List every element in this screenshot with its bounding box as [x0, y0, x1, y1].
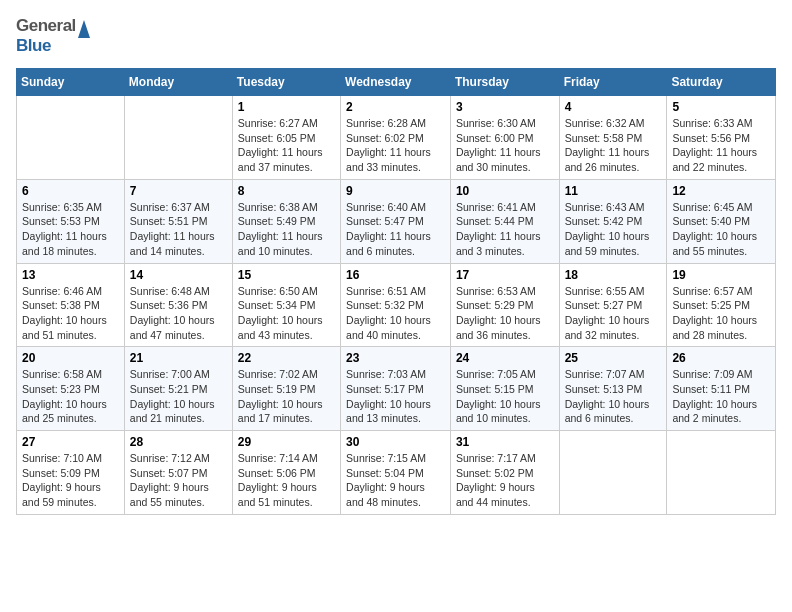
- day-info: Sunrise: 6:32 AM Sunset: 5:58 PM Dayligh…: [565, 116, 662, 175]
- day-info: Sunrise: 6:43 AM Sunset: 5:42 PM Dayligh…: [565, 200, 662, 259]
- weekday-header-sunday: Sunday: [17, 69, 125, 96]
- day-number: 29: [238, 435, 335, 449]
- calendar-week-row: 20Sunrise: 6:58 AM Sunset: 5:23 PM Dayli…: [17, 347, 776, 431]
- day-number: 14: [130, 268, 227, 282]
- calendar-cell: 11Sunrise: 6:43 AM Sunset: 5:42 PM Dayli…: [559, 179, 667, 263]
- day-info: Sunrise: 6:57 AM Sunset: 5:25 PM Dayligh…: [672, 284, 770, 343]
- calendar-week-row: 6Sunrise: 6:35 AM Sunset: 5:53 PM Daylig…: [17, 179, 776, 263]
- day-number: 6: [22, 184, 119, 198]
- day-number: 31: [456, 435, 554, 449]
- logo: General Blue: [16, 16, 90, 56]
- day-info: Sunrise: 6:58 AM Sunset: 5:23 PM Dayligh…: [22, 367, 119, 426]
- day-info: Sunrise: 6:33 AM Sunset: 5:56 PM Dayligh…: [672, 116, 770, 175]
- calendar-cell: 22Sunrise: 7:02 AM Sunset: 5:19 PM Dayli…: [232, 347, 340, 431]
- day-number: 24: [456, 351, 554, 365]
- day-number: 7: [130, 184, 227, 198]
- day-number: 3: [456, 100, 554, 114]
- calendar-cell: 9Sunrise: 6:40 AM Sunset: 5:47 PM Daylig…: [341, 179, 451, 263]
- day-number: 12: [672, 184, 770, 198]
- day-info: Sunrise: 6:27 AM Sunset: 6:05 PM Dayligh…: [238, 116, 335, 175]
- day-info: Sunrise: 7:00 AM Sunset: 5:21 PM Dayligh…: [130, 367, 227, 426]
- day-info: Sunrise: 6:35 AM Sunset: 5:53 PM Dayligh…: [22, 200, 119, 259]
- calendar-table: SundayMondayTuesdayWednesdayThursdayFrid…: [16, 68, 776, 515]
- day-info: Sunrise: 6:30 AM Sunset: 6:00 PM Dayligh…: [456, 116, 554, 175]
- day-info: Sunrise: 6:41 AM Sunset: 5:44 PM Dayligh…: [456, 200, 554, 259]
- calendar-cell: 3Sunrise: 6:30 AM Sunset: 6:00 PM Daylig…: [450, 96, 559, 180]
- day-info: Sunrise: 6:37 AM Sunset: 5:51 PM Dayligh…: [130, 200, 227, 259]
- day-number: 11: [565, 184, 662, 198]
- calendar-cell: 10Sunrise: 6:41 AM Sunset: 5:44 PM Dayli…: [450, 179, 559, 263]
- day-number: 30: [346, 435, 445, 449]
- day-info: Sunrise: 6:38 AM Sunset: 5:49 PM Dayligh…: [238, 200, 335, 259]
- calendar-cell: 6Sunrise: 6:35 AM Sunset: 5:53 PM Daylig…: [17, 179, 125, 263]
- calendar-cell: 17Sunrise: 6:53 AM Sunset: 5:29 PM Dayli…: [450, 263, 559, 347]
- day-number: 27: [22, 435, 119, 449]
- calendar-cell: 31Sunrise: 7:17 AM Sunset: 5:02 PM Dayli…: [450, 431, 559, 515]
- calendar-cell: 1Sunrise: 6:27 AM Sunset: 6:05 PM Daylig…: [232, 96, 340, 180]
- day-number: 10: [456, 184, 554, 198]
- day-number: 1: [238, 100, 335, 114]
- calendar-cell: 8Sunrise: 6:38 AM Sunset: 5:49 PM Daylig…: [232, 179, 340, 263]
- calendar-cell: 15Sunrise: 6:50 AM Sunset: 5:34 PM Dayli…: [232, 263, 340, 347]
- day-info: Sunrise: 7:10 AM Sunset: 5:09 PM Dayligh…: [22, 451, 119, 510]
- day-number: 22: [238, 351, 335, 365]
- calendar-cell: 23Sunrise: 7:03 AM Sunset: 5:17 PM Dayli…: [341, 347, 451, 431]
- calendar-cell: 30Sunrise: 7:15 AM Sunset: 5:04 PM Dayli…: [341, 431, 451, 515]
- day-info: Sunrise: 6:48 AM Sunset: 5:36 PM Dayligh…: [130, 284, 227, 343]
- day-number: 19: [672, 268, 770, 282]
- calendar-cell: 14Sunrise: 6:48 AM Sunset: 5:36 PM Dayli…: [124, 263, 232, 347]
- day-info: Sunrise: 7:12 AM Sunset: 5:07 PM Dayligh…: [130, 451, 227, 510]
- calendar-cell: [667, 431, 776, 515]
- day-number: 16: [346, 268, 445, 282]
- logo-blue: Blue: [16, 36, 51, 56]
- day-info: Sunrise: 7:03 AM Sunset: 5:17 PM Dayligh…: [346, 367, 445, 426]
- day-info: Sunrise: 6:50 AM Sunset: 5:34 PM Dayligh…: [238, 284, 335, 343]
- weekday-header-tuesday: Tuesday: [232, 69, 340, 96]
- day-number: 21: [130, 351, 227, 365]
- calendar-cell: 24Sunrise: 7:05 AM Sunset: 5:15 PM Dayli…: [450, 347, 559, 431]
- day-info: Sunrise: 7:15 AM Sunset: 5:04 PM Dayligh…: [346, 451, 445, 510]
- calendar-week-row: 27Sunrise: 7:10 AM Sunset: 5:09 PM Dayli…: [17, 431, 776, 515]
- calendar-cell: 29Sunrise: 7:14 AM Sunset: 5:06 PM Dayli…: [232, 431, 340, 515]
- day-number: 2: [346, 100, 445, 114]
- weekday-header-wednesday: Wednesday: [341, 69, 451, 96]
- calendar-cell: [124, 96, 232, 180]
- calendar-cell: 5Sunrise: 6:33 AM Sunset: 5:56 PM Daylig…: [667, 96, 776, 180]
- day-info: Sunrise: 7:09 AM Sunset: 5:11 PM Dayligh…: [672, 367, 770, 426]
- calendar-cell: 26Sunrise: 7:09 AM Sunset: 5:11 PM Dayli…: [667, 347, 776, 431]
- calendar-cell: 18Sunrise: 6:55 AM Sunset: 5:27 PM Dayli…: [559, 263, 667, 347]
- calendar-cell: 7Sunrise: 6:37 AM Sunset: 5:51 PM Daylig…: [124, 179, 232, 263]
- day-number: 20: [22, 351, 119, 365]
- day-number: 5: [672, 100, 770, 114]
- weekday-header-saturday: Saturday: [667, 69, 776, 96]
- weekday-header-friday: Friday: [559, 69, 667, 96]
- day-info: Sunrise: 6:40 AM Sunset: 5:47 PM Dayligh…: [346, 200, 445, 259]
- day-number: 8: [238, 184, 335, 198]
- weekday-header-thursday: Thursday: [450, 69, 559, 96]
- day-info: Sunrise: 6:45 AM Sunset: 5:40 PM Dayligh…: [672, 200, 770, 259]
- calendar-week-row: 13Sunrise: 6:46 AM Sunset: 5:38 PM Dayli…: [17, 263, 776, 347]
- day-number: 15: [238, 268, 335, 282]
- calendar-cell: 25Sunrise: 7:07 AM Sunset: 5:13 PM Dayli…: [559, 347, 667, 431]
- day-number: 26: [672, 351, 770, 365]
- calendar-cell: [17, 96, 125, 180]
- day-info: Sunrise: 6:51 AM Sunset: 5:32 PM Dayligh…: [346, 284, 445, 343]
- day-number: 9: [346, 184, 445, 198]
- day-info: Sunrise: 6:53 AM Sunset: 5:29 PM Dayligh…: [456, 284, 554, 343]
- day-number: 4: [565, 100, 662, 114]
- day-info: Sunrise: 7:14 AM Sunset: 5:06 PM Dayligh…: [238, 451, 335, 510]
- day-info: Sunrise: 6:55 AM Sunset: 5:27 PM Dayligh…: [565, 284, 662, 343]
- calendar-week-row: 1Sunrise: 6:27 AM Sunset: 6:05 PM Daylig…: [17, 96, 776, 180]
- day-number: 17: [456, 268, 554, 282]
- day-number: 13: [22, 268, 119, 282]
- day-info: Sunrise: 7:07 AM Sunset: 5:13 PM Dayligh…: [565, 367, 662, 426]
- calendar-cell: 16Sunrise: 6:51 AM Sunset: 5:32 PM Dayli…: [341, 263, 451, 347]
- calendar-cell: 19Sunrise: 6:57 AM Sunset: 5:25 PM Dayli…: [667, 263, 776, 347]
- day-info: Sunrise: 7:02 AM Sunset: 5:19 PM Dayligh…: [238, 367, 335, 426]
- day-info: Sunrise: 6:28 AM Sunset: 6:02 PM Dayligh…: [346, 116, 445, 175]
- calendar-cell: 20Sunrise: 6:58 AM Sunset: 5:23 PM Dayli…: [17, 347, 125, 431]
- logo-general: General: [16, 16, 76, 36]
- page-header: General Blue: [16, 16, 776, 56]
- calendar-cell: 27Sunrise: 7:10 AM Sunset: 5:09 PM Dayli…: [17, 431, 125, 515]
- logo-triangle-icon: [78, 20, 90, 38]
